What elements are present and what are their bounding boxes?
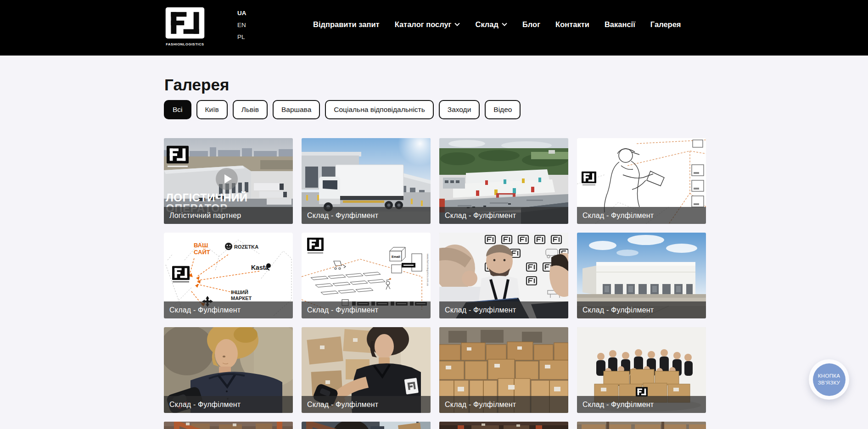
svg-text:МАРКЕТ: МАРКЕТ: [231, 295, 252, 301]
nav-send-request[interactable]: Відправити запит: [313, 20, 380, 29]
play-button[interactable]: [216, 168, 238, 190]
gallery-card-video[interactable]: ЛОГІСТИЧНИЙ ОПЕРАТОР Логістичний партнер: [164, 138, 293, 224]
svg-text:ВАШ: ВАШ: [194, 242, 208, 249]
language-switcher: UA EN PL: [237, 9, 246, 41]
gallery-card-warehouse-scheme[interactable]: Email www.fashionlogistics.com.ua Склад …: [302, 233, 431, 318]
card-caption: Склад - Фулфілмент: [577, 207, 706, 224]
gallery-card-boxes[interactable]: Склад - Фулфілмент: [439, 327, 568, 413]
lang-pl[interactable]: PL: [237, 33, 246, 41]
gallery-card-team[interactable]: Склад - Фулфілмент: [577, 327, 706, 413]
lang-en[interactable]: EN: [237, 21, 246, 29]
card-caption: Склад - Фулфілмент: [577, 396, 706, 413]
svg-text:ІНШИЙ: ІНШИЙ: [231, 290, 248, 295]
filter-kyiv[interactable]: Київ: [196, 100, 228, 119]
dark-warehouse-photo: [439, 422, 568, 429]
gallery-card-dark-racks-partial[interactable]: [439, 422, 568, 429]
gallery-card-truck[interactable]: Склад - Фулфілмент: [302, 138, 431, 224]
filter-social-responsibility[interactable]: Соціальна відповідальність: [325, 100, 434, 119]
card-caption: Склад - Фулфілмент: [439, 396, 568, 413]
card-caption: Склад - Фулфілмент: [164, 301, 293, 318]
gallery-card-meeting[interactable]: Склад - Фулфілмент: [439, 233, 568, 318]
card-caption: Склад - Фулфілмент: [164, 396, 293, 413]
gallery-grid: ЛОГІСТИЧНИЙ ОПЕРАТОР Логістичний партнер: [164, 138, 706, 429]
header: FASHIONLOGISTICS UA EN PL Відправити зап…: [0, 0, 868, 56]
gallery-card-boxes-partial[interactable]: [577, 422, 706, 429]
warehouse-racks-photo: [164, 422, 293, 429]
contact-fab-label: КНОПКА ЗВ'ЯЗКУ: [813, 363, 846, 396]
lang-ua[interactable]: UA: [237, 9, 246, 17]
nav-warehouse[interactable]: Склад: [475, 20, 507, 29]
gallery-card-marketplaces-diagram[interactable]: ВАШ САЙТ ROZETKA Kasta ІНШИЙ МАРКЕТ Скла…: [164, 233, 293, 318]
gallery-card-woman-polo[interactable]: Склад - Фулфілмент: [302, 327, 431, 413]
gallery-card-industrial-park[interactable]: Склад - Фулфілмент: [439, 138, 568, 224]
nav-services-catalog[interactable]: Каталог послуг: [395, 20, 460, 29]
gallery-page: FASHIONLOGISTICS UA EN PL Відправити зап…: [0, 0, 868, 429]
nav-vacancies[interactable]: Вакансії: [605, 20, 635, 29]
gallery-card-worker-partial[interactable]: [302, 422, 431, 429]
filter-warsaw[interactable]: Варшава: [273, 100, 320, 119]
boxes-racks-photo: [577, 422, 706, 429]
svg-text:www.fashionlogistics.com.ua: www.fashionlogistics.com.ua: [426, 253, 429, 286]
worker-carrying-box-photo: [302, 422, 431, 429]
svg-text:Email: Email: [392, 255, 400, 258]
filter-events[interactable]: Заходи: [439, 100, 480, 119]
gallery-card-building[interactable]: Склад - Фулфілмент: [577, 233, 706, 318]
gallery-filters: Всі Київ Львів Варшава Соціальна відпові…: [164, 100, 521, 119]
filter-video[interactable]: Відео: [485, 100, 521, 119]
gallery-card-racks-partial[interactable]: [164, 422, 293, 429]
brand-logo[interactable]: FASHIONLOGISTICS: [164, 7, 206, 46]
chevron-down-icon: [502, 22, 507, 26]
main-nav: Відправити запит Каталог послуг Склад Бл…: [313, 0, 681, 49]
card-caption: Склад - Фулфілмент: [302, 301, 431, 318]
filter-lviv[interactable]: Львів: [233, 100, 268, 119]
card-caption: Склад - Фулфілмент: [302, 396, 431, 413]
fl-logo-icon: [164, 7, 206, 39]
nav-gallery[interactable]: Галерея: [650, 20, 681, 29]
card-caption: Склад - Фулфілмент: [302, 207, 431, 224]
svg-text:САЙТ: САЙТ: [194, 249, 210, 256]
svg-text:ROZETKA: ROZETKA: [234, 244, 258, 250]
card-caption: Склад - Фулфілмент: [577, 301, 706, 318]
brand-name: FASHIONLOGISTICS: [164, 42, 206, 46]
chevron-down-icon: [454, 22, 460, 26]
card-caption: Логістичний партнер: [164, 207, 293, 224]
nav-contacts[interactable]: Контакти: [555, 20, 589, 29]
filter-all[interactable]: Всі: [164, 100, 191, 119]
gallery-card-drawing[interactable]: Склад - Фулфілмент: [577, 138, 706, 224]
card-caption: Склад - Фулфілмент: [439, 301, 568, 318]
page-title: Галерея: [164, 76, 229, 94]
svg-text:Kasta: Kasta: [251, 264, 269, 271]
nav-blog[interactable]: Блог: [522, 20, 540, 29]
gallery-card-woman-scanner[interactable]: Склад - Фулфілмент: [164, 327, 293, 413]
card-caption: Склад - Фулфілмент: [439, 207, 568, 224]
contact-fab[interactable]: КНОПКА ЗВ'ЯЗКУ: [809, 359, 849, 400]
